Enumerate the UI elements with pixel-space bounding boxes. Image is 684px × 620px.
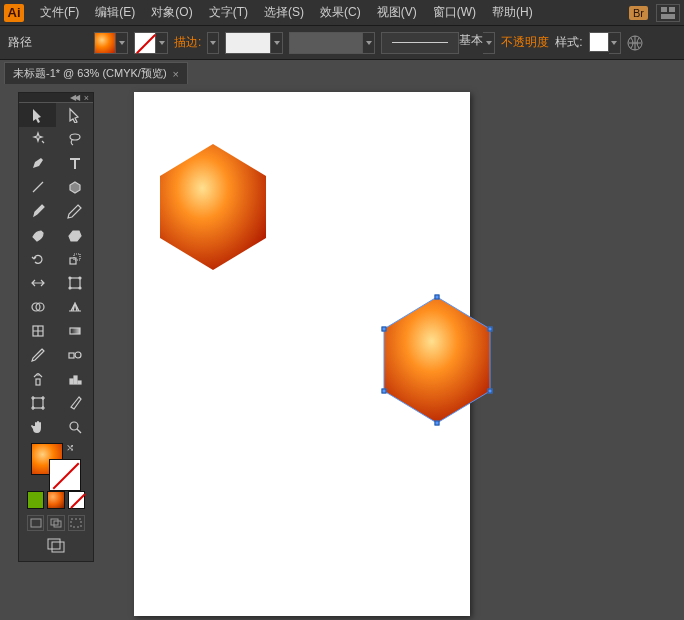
menu-object[interactable]: 对象(O) <box>143 1 200 24</box>
stroke-label: 描边: <box>174 34 201 51</box>
symbol-sprayer-tool[interactable] <box>19 367 56 391</box>
menu-file[interactable]: 文件(F) <box>32 1 87 24</box>
anchor-point[interactable] <box>382 389 387 394</box>
workspace-switcher[interactable] <box>656 4 680 22</box>
menu-help[interactable]: 帮助(H) <box>484 1 541 24</box>
svg-point-24 <box>70 422 78 430</box>
stroke-weight-field[interactable] <box>225 32 271 54</box>
svg-point-18 <box>75 352 81 358</box>
pen-tool[interactable] <box>19 151 56 175</box>
draw-behind-button[interactable] <box>47 515 64 531</box>
app-logo: Ai <box>4 4 24 22</box>
svg-rect-6 <box>70 258 76 264</box>
bridge-button[interactable]: Br <box>629 6 648 20</box>
direct-selection-tool[interactable] <box>56 103 93 127</box>
menu-effect[interactable]: 效果(C) <box>312 1 369 24</box>
menu-window[interactable]: 窗口(W) <box>425 1 484 24</box>
anchor-point[interactable] <box>488 389 493 394</box>
rotate-tool[interactable] <box>19 247 56 271</box>
stroke-weight-stepper[interactable] <box>207 32 219 54</box>
anchor-point[interactable] <box>435 295 440 300</box>
hexagon-shape-1[interactable] <box>156 142 270 272</box>
graphic-style-dropdown[interactable] <box>609 32 621 54</box>
brush-definition[interactable] <box>381 32 459 54</box>
opacity-label[interactable]: 不透明度 <box>501 34 549 51</box>
selection-type-label: 路径 <box>8 34 32 51</box>
svg-point-4 <box>70 134 80 140</box>
column-graph-tool[interactable] <box>56 367 93 391</box>
svg-point-11 <box>69 287 71 289</box>
selection-tool[interactable] <box>19 103 56 127</box>
draw-inside-button[interactable] <box>68 515 85 531</box>
document-tab-title: 未标题-1* @ 63% (CMYK/预览) <box>13 66 167 81</box>
gradient-tool[interactable] <box>56 319 93 343</box>
menu-edit[interactable]: 编辑(E) <box>87 1 143 24</box>
svg-point-10 <box>79 277 81 279</box>
draw-normal-button[interactable] <box>27 515 44 531</box>
document-tab[interactable]: 未标题-1* @ 63% (CMYK/预览) × <box>4 62 188 84</box>
document-tab-close[interactable]: × <box>173 68 179 80</box>
graphic-style-swatch[interactable] <box>589 32 609 52</box>
menubar: Ai 文件(F) 编辑(E) 对象(O) 文字(T) 选择(S) 效果(C) 视… <box>0 0 684 26</box>
shape-builder-tool[interactable] <box>19 295 56 319</box>
svg-rect-20 <box>70 379 73 384</box>
magic-wand-tool[interactable] <box>19 127 56 151</box>
svg-rect-30 <box>52 542 64 552</box>
svg-rect-19 <box>36 379 40 385</box>
svg-rect-8 <box>70 278 80 288</box>
stroke-indicator[interactable] <box>49 459 81 491</box>
recolor-icon[interactable] <box>627 35 643 51</box>
blob-brush-tool[interactable] <box>19 223 56 247</box>
scale-tool[interactable] <box>56 247 93 271</box>
gradient-mode-button[interactable] <box>47 491 64 509</box>
menu-select[interactable]: 选择(S) <box>256 1 312 24</box>
zoom-tool[interactable] <box>56 415 93 439</box>
svg-marker-32 <box>384 297 490 423</box>
svg-rect-25 <box>31 519 41 527</box>
fill-stroke-indicator[interactable]: ⤭ <box>19 439 93 489</box>
slice-tool[interactable] <box>56 391 93 415</box>
hand-tool[interactable] <box>19 415 56 439</box>
stroke-swatch[interactable] <box>134 32 156 54</box>
paintbrush-tool[interactable] <box>19 199 56 223</box>
anchor-point[interactable] <box>382 327 387 332</box>
eyedropper-tool[interactable] <box>19 343 56 367</box>
width-tool[interactable] <box>19 271 56 295</box>
svg-point-9 <box>69 277 71 279</box>
anchor-point[interactable] <box>435 421 440 426</box>
swap-fill-stroke-icon[interactable]: ⤭ <box>66 442 74 453</box>
none-mode-button[interactable] <box>68 491 85 509</box>
free-transform-tool[interactable] <box>56 271 93 295</box>
artboard-tool[interactable] <box>19 391 56 415</box>
color-mode-button[interactable] <box>27 491 44 509</box>
variable-width-dropdown[interactable] <box>363 32 375 54</box>
menu-view[interactable]: 视图(V) <box>369 1 425 24</box>
menu-type[interactable]: 文字(T) <box>201 1 256 24</box>
rectangle-tool[interactable] <box>56 175 93 199</box>
anchor-point[interactable] <box>488 327 493 332</box>
svg-marker-31 <box>160 144 266 270</box>
svg-rect-22 <box>78 381 81 384</box>
eraser-tool[interactable] <box>56 223 93 247</box>
fill-dropdown[interactable] <box>116 32 128 54</box>
blend-tool[interactable] <box>56 343 93 367</box>
variable-width-profile[interactable] <box>289 32 363 54</box>
svg-point-12 <box>79 287 81 289</box>
mesh-tool[interactable] <box>19 319 56 343</box>
tools-panel-header[interactable]: ◀◀× <box>19 93 93 103</box>
lasso-tool[interactable] <box>56 127 93 151</box>
work-area: ◀◀× <box>0 84 684 620</box>
fill-swatch[interactable] <box>94 32 116 54</box>
screen-mode-button[interactable] <box>19 531 93 553</box>
pencil-tool[interactable] <box>56 199 93 223</box>
stroke-dropdown[interactable] <box>156 32 168 54</box>
artboard[interactable] <box>134 92 470 616</box>
line-segment-tool[interactable] <box>19 175 56 199</box>
svg-rect-21 <box>74 376 77 384</box>
perspective-grid-tool[interactable] <box>56 295 93 319</box>
stroke-weight-dropdown[interactable] <box>271 32 283 54</box>
svg-rect-29 <box>48 539 60 549</box>
hexagon-shape-2-selected[interactable] <box>380 294 494 426</box>
brush-dropdown[interactable] <box>483 32 495 54</box>
type-tool[interactable] <box>56 151 93 175</box>
